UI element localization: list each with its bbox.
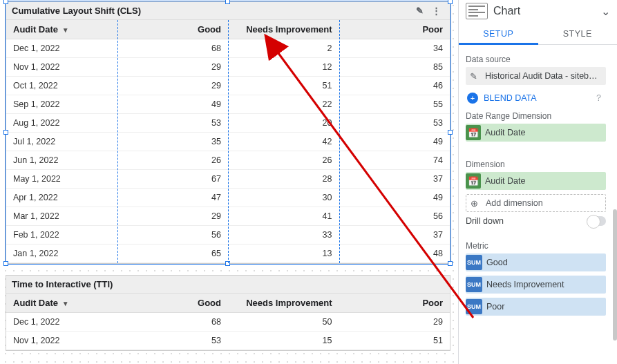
table-row: Nov 1, 2022531551 (6, 332, 450, 350)
cell-poor: 53 (339, 114, 450, 133)
cell-needs: 33 (228, 226, 339, 245)
tab-setup[interactable]: SETUP (459, 23, 538, 45)
cell-date: Dec 1, 2022 (6, 313, 117, 332)
calendar-icon: 📅 (466, 125, 481, 140)
cell-poor: 51 (339, 332, 450, 350)
table-row: Dec 1, 2022685029 (6, 313, 450, 332)
table-row: Jun 1, 2022262674 (6, 151, 450, 170)
more-icon[interactable]: ⋮ (428, 6, 444, 16)
data-source-chip[interactable]: ✎ Historical Audit Data - siteb… (466, 67, 606, 85)
chart-header: Cumulative Layout Shift (CLS) ✎ ⋮ (6, 2, 450, 20)
sum-badge: SUM (466, 299, 482, 314)
metric-name: Needs Improvement (486, 280, 564, 289)
cell-date: Jul 1, 2022 (6, 133, 117, 151)
section-date-range: Date Range Dimension (466, 111, 606, 121)
sort-desc-icon: ▼ (62, 300, 69, 307)
cell-date: Aug 1, 2022 (6, 114, 117, 133)
resize-handle[interactable] (448, 261, 453, 266)
cell-date: Oct 1, 2022 (6, 77, 117, 95)
drill-down-toggle[interactable] (587, 216, 606, 226)
chevron-down-icon[interactable]: ⌄ (601, 5, 610, 18)
calendar-icon: 📅 (466, 173, 481, 189)
cell-poor: 48 (339, 245, 450, 263)
col-header[interactable]: Good (117, 294, 229, 313)
cell-poor: 37 (339, 226, 450, 245)
table-row: Oct 1, 2022295146 (6, 77, 450, 95)
col-header[interactable]: Needs Improvement (228, 294, 339, 313)
metric-name: Poor (486, 302, 504, 312)
table-row: Feb 1, 2022563337 (6, 226, 450, 245)
cell-date: Mar 1, 2022 (6, 207, 117, 226)
table-row: Jul 1, 2022354249 (6, 133, 450, 151)
help-icon[interactable]: ？ (594, 92, 603, 104)
add-dimension-button[interactable]: ⊕ Add dimension (466, 194, 606, 212)
resize-handle[interactable] (225, 261, 230, 266)
col-header[interactable]: Audit Date ▼ (6, 20, 117, 39)
cell-poor: 56 (339, 207, 450, 226)
section-data-source: Data source (466, 55, 606, 64)
table-row: Apr 1, 2022473049 (6, 189, 450, 207)
cell-good: 53 (117, 332, 229, 350)
cell-good: 56 (117, 226, 229, 245)
tab-style[interactable]: STYLE (538, 23, 618, 44)
col-header[interactable]: Good (117, 20, 229, 39)
metric-field[interactable]: SUMGood (466, 253, 606, 271)
cell-poor: 29 (339, 313, 450, 332)
table-row: Aug 1, 2022532053 (6, 114, 450, 133)
cell-needs: 12 (228, 58, 339, 77)
drill-down-label: Drill down (466, 216, 504, 226)
cell-needs: 22 (228, 95, 339, 114)
panel-scrollbar[interactable] (613, 209, 617, 341)
cell-good: 29 (117, 58, 229, 77)
cell-poor: 37 (339, 170, 450, 189)
property-panel: Chart ⌄ SETUP STYLE Data source ✎ Histor… (458, 0, 617, 364)
resize-handle[interactable] (3, 130, 8, 135)
table-row: Nov 1, 2022291285 (6, 58, 450, 77)
resize-handle[interactable] (448, 0, 453, 4)
col-header[interactable]: Audit Date ▼ (6, 294, 117, 313)
col-header[interactable]: Poor (339, 20, 450, 39)
metric-field[interactable]: SUMPoor (466, 298, 606, 316)
col-header[interactable]: Poor (339, 294, 450, 313)
blend-data-button[interactable]: + BLEND DATA ？ (466, 89, 606, 107)
resize-handle[interactable] (3, 0, 8, 4)
table-row: Dec 1, 202268234 (6, 39, 450, 58)
cell-poor: 49 (339, 189, 450, 207)
metric-field[interactable]: SUMNeeds Improvement (466, 276, 606, 294)
cell-good: 29 (117, 77, 229, 95)
cell-date: Feb 1, 2022 (6, 226, 117, 245)
col-header[interactable]: Needs Improvement (228, 20, 339, 39)
chart-cls[interactable]: Cumulative Layout Shift (CLS) ✎ ⋮ Audit … (6, 1, 450, 264)
metric-name: Good (486, 258, 508, 267)
resize-handle[interactable] (225, 0, 230, 4)
sum-badge: SUM (466, 255, 482, 270)
cell-good: 35 (117, 133, 229, 151)
date-range-field[interactable]: 📅 Audit Date (466, 124, 606, 142)
table-row: Sep 1, 2022492255 (6, 95, 450, 114)
cell-good: 68 (117, 39, 229, 58)
data-source-name: Historical Audit Data - siteb… (485, 71, 598, 81)
panel-header[interactable]: Chart ⌄ (459, 0, 617, 23)
cell-good: 49 (117, 95, 229, 114)
plus-icon: + (467, 93, 478, 104)
sort-desc-icon: ▼ (62, 26, 69, 34)
cell-good: 47 (117, 189, 229, 207)
table-row: May 1, 2022672837 (6, 170, 450, 189)
cell-poor: 49 (339, 133, 450, 151)
cell-good: 65 (117, 245, 229, 263)
resize-handle[interactable] (448, 130, 453, 135)
resize-handle[interactable] (3, 261, 8, 266)
cell-poor: 85 (339, 58, 450, 77)
edit-icon[interactable]: ✎ (411, 6, 428, 16)
section-metric: Metric (466, 241, 606, 251)
cls-table: Audit Date ▼ Good Needs Improvement Poor… (6, 20, 450, 263)
chart-title: Time to Interactive (TTI) (12, 279, 113, 289)
cell-date: Nov 1, 2022 (6, 332, 117, 350)
cell-date: Sep 1, 2022 (6, 95, 117, 114)
cell-needs: 20 (228, 114, 339, 133)
chart-tti[interactable]: Time to Interactive (TTI) Audit Date ▼ G… (6, 275, 450, 351)
dimension-field[interactable]: 📅 Audit Date (466, 172, 606, 190)
sum-badge: SUM (466, 277, 482, 292)
cell-needs: 42 (228, 133, 339, 151)
report-canvas[interactable]: Cumulative Layout Shift (CLS) ✎ ⋮ Audit … (0, 0, 456, 364)
